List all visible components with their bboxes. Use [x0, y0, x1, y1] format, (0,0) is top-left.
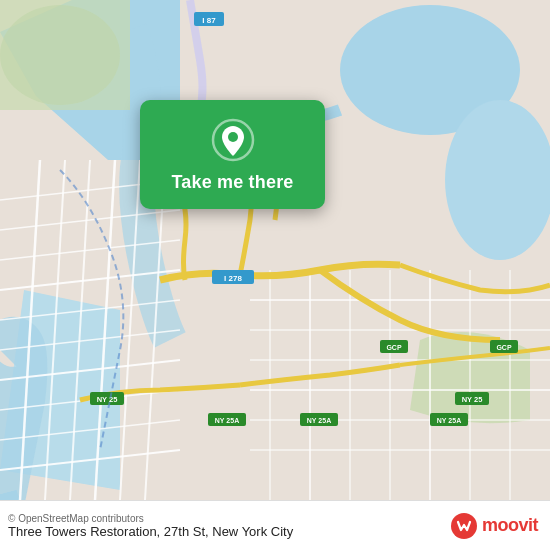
svg-point-3 — [0, 5, 120, 105]
svg-text:NY 25: NY 25 — [462, 395, 483, 404]
svg-text:NY 25A: NY 25A — [437, 417, 461, 424]
svg-line-5 — [45, 160, 65, 500]
moovit-logo: moovit — [450, 512, 538, 540]
svg-text:I 87: I 87 — [202, 16, 216, 25]
bottom-left-info: © OpenStreetMap contributors Three Tower… — [8, 513, 293, 539]
svg-text:GCP: GCP — [496, 344, 512, 351]
svg-point-52 — [228, 132, 238, 142]
svg-text:GCP: GCP — [386, 344, 402, 351]
copyright-text: © OpenStreetMap contributors — [8, 513, 293, 524]
map-container: I 278 I 87 NY 25 NY 25A NY 25A NY 25A GC… — [0, 0, 550, 500]
address-text: Three Towers Restoration, 27th St, New Y… — [8, 524, 293, 539]
svg-text:NY 25: NY 25 — [97, 395, 118, 404]
svg-point-1 — [445, 100, 550, 260]
svg-line-7 — [95, 160, 115, 500]
svg-text:NY 25A: NY 25A — [215, 417, 239, 424]
moovit-brand-text: moovit — [482, 515, 538, 536]
map-roads-svg: I 278 I 87 NY 25 NY 25A NY 25A NY 25A GC… — [0, 0, 550, 500]
svg-text:NY 25A: NY 25A — [307, 417, 331, 424]
moovit-icon — [450, 512, 478, 540]
popup-card: Take me there — [140, 100, 325, 209]
svg-line-6 — [70, 160, 90, 500]
take-me-there-button[interactable]: Take me there — [171, 172, 293, 193]
bottom-bar: © OpenStreetMap contributors Three Tower… — [0, 500, 550, 550]
pin-icon — [211, 118, 255, 162]
svg-text:I 278: I 278 — [224, 274, 242, 283]
